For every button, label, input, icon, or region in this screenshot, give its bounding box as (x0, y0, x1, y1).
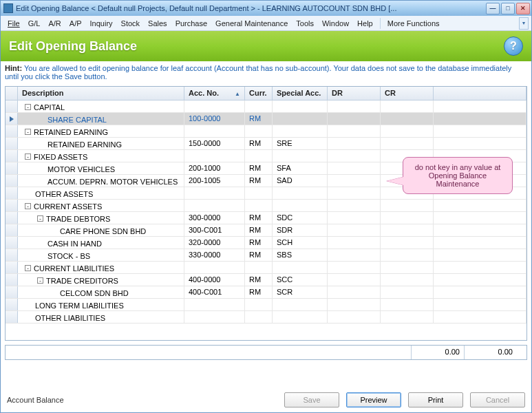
row-header[interactable] (6, 237, 18, 248)
cell-dr[interactable] (328, 262, 381, 273)
menu-file[interactable]: File (3, 18, 24, 29)
cell-currency[interactable]: RM (245, 237, 273, 248)
col-row-header[interactable] (6, 87, 18, 100)
menu-gl[interactable]: G/L (24, 18, 45, 29)
cell-acc-no[interactable] (184, 311, 245, 323)
cell-currency[interactable]: RM (245, 224, 273, 236)
cell-currency[interactable] (245, 262, 273, 273)
help-icon[interactable]: ? (504, 36, 523, 56)
cell-cr[interactable] (381, 311, 434, 323)
menu-window[interactable]: Window (318, 18, 353, 29)
row-header[interactable] (6, 286, 18, 298)
cell-cr[interactable] (381, 262, 434, 273)
table-row[interactable]: CARE PHONE SDN BHD300-C001RMSDR (6, 224, 526, 237)
table-row[interactable]: -RETAINED EARNING (6, 125, 526, 138)
menu-stock[interactable]: Stock (117, 18, 145, 29)
cell-dr[interactable] (328, 200, 381, 211)
cell-special-acc[interactable] (273, 299, 328, 310)
col-currency[interactable]: Curr. (245, 87, 273, 100)
cell-dr[interactable] (328, 311, 381, 323)
cell-description[interactable]: OTHER LIABILITIES (18, 311, 184, 323)
cell-special-acc[interactable] (273, 311, 328, 323)
col-acc-no[interactable]: Acc. No. ▲ (184, 87, 245, 100)
cell-cr[interactable] (381, 200, 434, 211)
maximize-button[interactable]: □ (501, 3, 515, 14)
cell-currency[interactable]: RM (245, 175, 273, 187)
menu-purchase[interactable]: Purchase (171, 18, 211, 29)
cell-special-acc[interactable]: SDR (273, 224, 328, 236)
cell-acc-no[interactable] (184, 187, 245, 199)
close-button[interactable]: ✕ (516, 3, 530, 14)
cell-acc-no[interactable] (184, 299, 245, 310)
cell-currency[interactable]: RM (245, 113, 273, 125)
cell-acc-no[interactable]: 400-C001 (184, 286, 245, 298)
row-header[interactable] (6, 113, 18, 125)
cell-special-acc[interactable] (273, 150, 328, 162)
menu-sales[interactable]: Sales (144, 18, 171, 29)
cell-special-acc[interactable]: SRE (273, 138, 328, 149)
cell-acc-no[interactable] (184, 150, 245, 162)
cell-special-acc[interactable] (273, 125, 328, 137)
tree-toggle-icon[interactable]: - (25, 104, 31, 110)
cell-dr[interactable] (328, 162, 381, 174)
table-row[interactable]: -TRADE CREDITORS400-0000RMSCC (6, 274, 526, 286)
row-header[interactable] (6, 162, 18, 174)
col-dr[interactable]: DR (328, 87, 381, 100)
table-row[interactable]: CELCOM SDN BHD400-C001RMSCR (6, 286, 526, 299)
menu-ar[interactable]: A/R (44, 18, 65, 29)
cancel-button[interactable]: Cancel (470, 392, 525, 407)
cell-description[interactable]: -TRADE CREDITORS (18, 274, 184, 286)
cell-dr[interactable] (328, 138, 381, 149)
cell-cr[interactable] (381, 212, 434, 224)
cell-dr[interactable] (328, 237, 381, 248)
print-button[interactable]: Print (408, 392, 463, 407)
cell-cr[interactable] (381, 113, 434, 125)
cell-description[interactable]: -RETAINED EARNING (18, 125, 184, 137)
cell-currency[interactable]: RM (245, 138, 273, 149)
cell-dr[interactable] (328, 125, 381, 137)
cell-acc-no[interactable] (184, 200, 245, 211)
cell-cr[interactable] (381, 125, 434, 137)
menu-more-functions[interactable]: More Functions (383, 18, 444, 29)
cell-acc-no[interactable]: 150-0000 (184, 138, 245, 149)
cell-acc-no[interactable]: 400-0000 (184, 274, 245, 286)
cell-special-acc[interactable] (273, 200, 328, 211)
table-row[interactable]: SHARE CAPITAL100-0000RM (6, 113, 526, 125)
cell-description[interactable]: CELCOM SDN BHD (18, 286, 184, 298)
cell-acc-no[interactable]: 200-1000 (184, 162, 245, 174)
menu-help[interactable]: Help (353, 18, 377, 29)
cell-description[interactable]: LONG TERM LIABILITIES (18, 299, 184, 310)
cell-currency[interactable] (245, 200, 273, 211)
row-header[interactable] (6, 125, 18, 137)
row-header[interactable] (6, 262, 18, 273)
cell-special-acc[interactable]: SFA (273, 162, 328, 174)
cell-dr[interactable] (328, 224, 381, 236)
cell-currency[interactable]: RM (245, 274, 273, 286)
row-header[interactable] (6, 100, 18, 112)
cell-description[interactable]: MOTOR VEHICLES (18, 162, 184, 174)
tree-toggle-icon[interactable]: - (25, 129, 31, 135)
cell-dr[interactable] (328, 113, 381, 125)
titlebar[interactable]: Edit Opening Balance < Default null Proj… (1, 1, 531, 16)
preview-button[interactable]: Preview (346, 392, 401, 407)
cell-currency[interactable] (245, 187, 273, 199)
cell-cr[interactable] (381, 274, 434, 286)
cell-special-acc[interactable]: SAD (273, 175, 328, 187)
cell-special-acc[interactable]: SDC (273, 212, 328, 224)
table-row[interactable]: -CAPITAL (6, 100, 526, 113)
row-header[interactable] (6, 187, 18, 199)
cell-description[interactable]: -CAPITAL (18, 100, 184, 112)
table-row[interactable]: -TRADE DEBTORS300-0000RMSDC (6, 212, 526, 224)
table-row[interactable]: -CURRENT ASSETS (6, 200, 526, 212)
cell-currency[interactable] (245, 100, 273, 112)
cell-currency[interactable]: RM (245, 286, 273, 298)
cell-currency[interactable] (245, 299, 273, 310)
cell-acc-no[interactable] (184, 100, 245, 112)
cell-acc-no[interactable]: 330-0000 (184, 249, 245, 261)
tree-toggle-icon[interactable]: - (25, 203, 31, 209)
tree-toggle-icon[interactable]: - (37, 277, 43, 284)
row-header[interactable] (6, 175, 18, 187)
cell-acc-no[interactable] (184, 262, 245, 273)
menu-tools[interactable]: Tools (292, 18, 318, 29)
tree-toggle-icon[interactable]: - (25, 153, 31, 160)
